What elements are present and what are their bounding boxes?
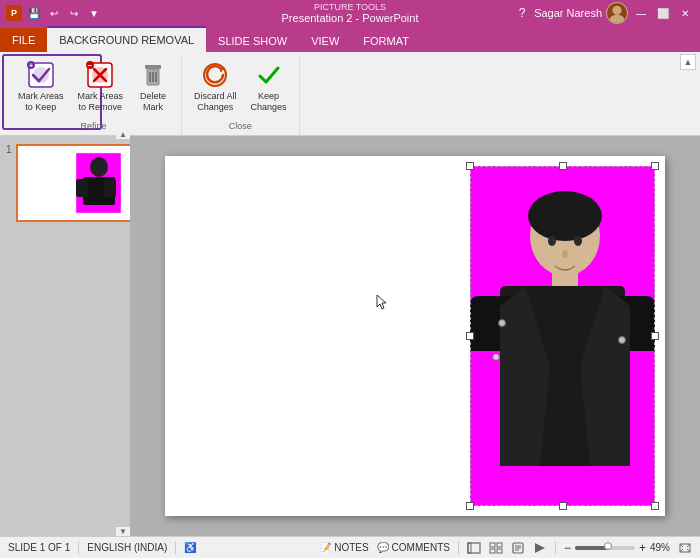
view-normal-button[interactable]: [467, 542, 481, 554]
keep-changes-label: KeepChanges: [251, 91, 287, 113]
handle-top-center[interactable]: [559, 162, 567, 170]
tab-file[interactable]: FILE: [0, 26, 47, 52]
main-area: 1: [0, 136, 700, 536]
minimize-button[interactable]: —: [632, 5, 650, 21]
slide-thumb-image: [21, 149, 129, 217]
svg-text:−: −: [88, 61, 93, 70]
scroll-up-arrow[interactable]: ▲: [116, 136, 130, 139]
handle-top-left[interactable]: [466, 162, 474, 170]
fit-window-button[interactable]: [678, 542, 692, 554]
svg-rect-25: [76, 179, 88, 197]
handle-top-right[interactable]: [651, 162, 659, 170]
cursor: [375, 293, 389, 313]
notes-label: NOTES: [334, 542, 368, 553]
more-icon[interactable]: ▼: [86, 5, 102, 21]
save-icon[interactable]: 💾: [26, 5, 42, 21]
fit-window-icon: [678, 542, 692, 554]
language-status: ENGLISH (INDIA): [87, 542, 167, 553]
ribbon-group-refine: + Mark Areasto Keep − Mark: [6, 56, 182, 135]
slide-sorter-icon: [489, 542, 503, 554]
refine-group-label: Refine: [6, 121, 181, 131]
zoom-slider-thumb[interactable]: [604, 542, 612, 550]
view-slide-sorter-button[interactable]: [489, 542, 503, 554]
divider-3: [458, 541, 459, 555]
delete-mark-icon: [137, 59, 169, 91]
svg-text:+: +: [29, 62, 33, 69]
slide-thumbnail[interactable]: [16, 144, 130, 222]
slide-number: 1: [6, 144, 12, 155]
slide-canvas: [165, 156, 665, 516]
mark-areas-remove-button[interactable]: − Mark Areasto Remove: [72, 56, 130, 116]
redo-icon[interactable]: ↪: [66, 5, 82, 21]
mark-remove-label: Mark Areasto Remove: [78, 91, 124, 113]
notes-button[interactable]: 📝 NOTES: [319, 542, 368, 553]
svg-rect-41: [490, 543, 495, 547]
svg-point-0: [612, 6, 621, 15]
notes-icon: 📝: [319, 542, 331, 553]
slide-panel: 1: [0, 136, 130, 536]
ribbon-collapse-icon[interactable]: ▲: [680, 54, 696, 70]
pencil-mark-2: [618, 336, 626, 344]
zoom-slider[interactable]: [575, 546, 635, 550]
undo-icon[interactable]: ↩: [46, 5, 62, 21]
handle-right-center[interactable]: [651, 332, 659, 340]
slide-image[interactable]: [470, 166, 655, 506]
pencil-mark-1: [498, 319, 506, 327]
svg-point-3: [33, 67, 49, 83]
title-bar-right: ? Sagar Naresh — ⬜ ✕: [514, 2, 694, 24]
svg-marker-49: [535, 543, 545, 553]
divider-2: [175, 541, 176, 555]
scroll-down-arrow[interactable]: ▼: [116, 527, 130, 536]
svg-point-23: [90, 157, 108, 177]
svg-point-1: [610, 15, 625, 24]
comments-icon: 💬: [377, 542, 389, 553]
delete-mark-label: DeleteMark: [140, 91, 166, 113]
mark-remove-icon: −: [84, 59, 116, 91]
discard-icon: [199, 59, 231, 91]
help-icon[interactable]: ?: [514, 5, 530, 21]
zoom-level: 49%: [650, 542, 670, 553]
keep-changes-icon: [253, 59, 285, 91]
title-bar-center: PICTURE TOOLS Presentation 2 - PowerPoin…: [282, 2, 419, 24]
editing-area[interactable]: [130, 136, 700, 536]
svg-rect-42: [497, 543, 502, 547]
keep-changes-button[interactable]: KeepChanges: [245, 56, 293, 116]
mark-areas-keep-button[interactable]: + Mark Areasto Keep: [12, 56, 70, 116]
divider-4: [555, 541, 556, 555]
delete-mark-button[interactable]: DeleteMark: [131, 56, 175, 116]
svg-rect-44: [497, 549, 502, 553]
zoom-in-button[interactable]: +: [639, 541, 646, 555]
powerpoint-logo-icon: P: [6, 5, 22, 21]
discard-label: Discard AllChanges: [194, 91, 237, 113]
handle-left-center[interactable]: [466, 332, 474, 340]
slide-count-label: SLIDE 1 OF 1: [8, 542, 70, 553]
tab-background-removal[interactable]: BACKGROUND REMOVAL: [47, 26, 206, 52]
close-button[interactable]: ✕: [676, 5, 694, 21]
svg-rect-26: [104, 179, 116, 197]
handle-bottom-center[interactable]: [559, 502, 567, 510]
maximize-button[interactable]: ⬜: [654, 5, 672, 21]
title-bar: P 💾 ↩ ↪ ▼ PICTURE TOOLS Presentation 2 -…: [0, 0, 700, 26]
thumb-svg: [21, 149, 129, 217]
accessibility-status: ♿: [184, 542, 196, 553]
status-right: 📝 NOTES 💬 COMMENTS: [319, 541, 692, 555]
comments-label: COMMENTS: [392, 542, 450, 553]
tab-format[interactable]: FORMAT: [351, 30, 421, 52]
zoom-out-button[interactable]: −: [564, 541, 571, 555]
tab-view[interactable]: VIEW: [299, 30, 351, 52]
ribbon-collapse-button[interactable]: ▲: [680, 54, 696, 70]
view-slideshow-button[interactable]: [533, 542, 547, 554]
cursor-arrow-icon: [375, 293, 389, 311]
mark-keep-label: Mark Areasto Keep: [18, 91, 64, 113]
view-reading-button[interactable]: [511, 542, 525, 554]
handle-bottom-left[interactable]: [466, 502, 474, 510]
discard-changes-button[interactable]: Discard AllChanges: [188, 56, 243, 116]
comments-button[interactable]: 💬 COMMENTS: [377, 542, 450, 553]
status-bar: SLIDE 1 OF 1 ENGLISH (INDIA) ♿ 📝 NOTES 💬…: [0, 536, 700, 558]
divider-1: [78, 541, 79, 555]
ribbon-group-close: Discard AllChanges KeepChanges Close: [182, 56, 300, 135]
handle-bottom-right[interactable]: [651, 502, 659, 510]
svg-rect-39: [468, 543, 480, 553]
tab-slide-show[interactable]: SLIDE SHOW: [206, 30, 299, 52]
slide-entry: 1: [6, 144, 124, 222]
